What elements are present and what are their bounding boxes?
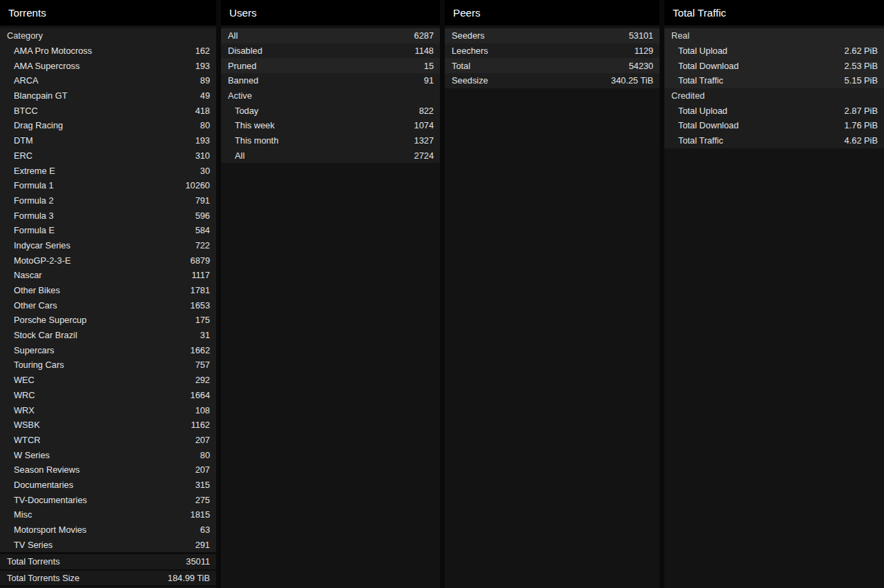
category-label: ERC: [14, 150, 32, 161]
credited-group-label: Credited: [671, 90, 704, 101]
torrents-panel-body: Category AMA Pro Motocross 162 AMA Super…: [0, 28, 216, 552]
users-rows: All 6287 Disabled 1148 Pruned 15 Ba: [221, 28, 440, 88]
category-count: 31: [200, 330, 210, 340]
category-row: AMA Supercross 193: [0, 58, 216, 73]
category-count: 207: [195, 435, 210, 445]
category-count: 193: [195, 61, 210, 71]
traffic-title: Total Traffic: [673, 7, 726, 19]
category-row: Documentaries 315: [0, 478, 216, 493]
peer-stat-row: Seedsize 340.25 TiB: [445, 73, 660, 88]
category-label: Motorsport Movies: [14, 525, 86, 535]
category-row: Extreme E 30: [0, 163, 216, 178]
category-label: Documentaries: [14, 480, 73, 490]
category-count: 6879: [191, 255, 210, 266]
stat-label: Total: [452, 61, 470, 71]
category-count: 1815: [191, 509, 210, 520]
stat-label: Banned: [228, 75, 258, 86]
category-row: AMA Pro Motocross 162: [0, 43, 216, 59]
category-row: WEC 292: [0, 373, 216, 388]
stat-value: 2.62 PiB: [845, 46, 878, 56]
user-stat-row: All 6287: [221, 28, 440, 43]
stat-value: 1.76 PiB: [845, 120, 878, 130]
stat-value: 2.87 PiB: [845, 106, 878, 116]
panel-torrents: Torrents Category AMA Pro Motocross 162 …: [0, 0, 216, 588]
category-count: 315: [195, 480, 210, 490]
traffic-panel-body: Real Total Upload 2.62 PiB Total Downloa…: [664, 28, 884, 148]
category-label: Blancpain GT: [14, 90, 68, 101]
category-label: Season Reviews: [14, 464, 79, 475]
stat-value: 4.62 PiB: [845, 135, 878, 146]
panel-users: Users All 6287 Disabled 1148 Prune: [221, 0, 440, 588]
footer-label: Total Torrents: [7, 556, 60, 567]
stat-label: Pruned: [228, 61, 256, 71]
category-row: Blancpain GT 49: [0, 88, 216, 104]
stat-label: All: [235, 150, 244, 161]
category-label: TV-Documentaries: [14, 495, 87, 505]
stat-value: 91: [424, 75, 434, 86]
peers-title: Peers: [453, 7, 481, 19]
category-label: ARCA: [14, 75, 39, 86]
category-count: 757: [195, 360, 210, 370]
category-count: 1653: [191, 300, 210, 311]
category-label: Extreme E: [14, 166, 55, 176]
active-group-header-row: Active: [221, 88, 440, 104]
torrents-footer-row: Total Torrents Size 184.99 TiB: [0, 571, 216, 586]
stat-value: 1129: [634, 46, 653, 56]
category-label: W Series: [14, 450, 50, 460]
peers-panel-header: Peers: [445, 0, 660, 26]
category-count: 193: [195, 135, 210, 146]
category-row: Nascar 1117: [0, 268, 216, 283]
stat-value: 1148: [414, 46, 434, 56]
torrents-footer-row: Total Torrents 35011: [0, 554, 216, 569]
category-count: 10260: [185, 180, 210, 190]
category-label: Indycar Series: [14, 240, 70, 251]
category-row: W Series 80: [0, 447, 216, 462]
category-row: TV Series 291: [0, 537, 216, 552]
category-row: BTCC 418: [0, 103, 216, 118]
stat-label: This week: [235, 120, 275, 130]
category-count: 30: [200, 166, 210, 176]
category-count: 1162: [191, 420, 210, 430]
category-count: 1781: [191, 285, 210, 295]
category-column-header: Category: [7, 30, 43, 41]
stat-value: 1327: [414, 135, 434, 146]
category-label: AMA Pro Motocross: [14, 46, 92, 56]
category-count: 275: [195, 495, 210, 505]
category-count: 162: [195, 46, 210, 56]
stat-value: 5.15 PiB: [845, 75, 878, 86]
traffic-stat-row: Total Download 2.53 PiB: [664, 58, 884, 73]
real-group-header-row: Real: [664, 28, 884, 43]
category-row: WSBK 1162: [0, 418, 216, 433]
category-row: Season Reviews 207: [0, 462, 216, 478]
category-row: Stock Car Brazil 31: [0, 328, 216, 343]
category-row: Porsche Supercup 175: [0, 313, 216, 328]
category-label: DTM: [14, 135, 33, 146]
footer-value: 35011: [186, 556, 210, 567]
stat-value: 15: [424, 61, 434, 71]
traffic-stat-row: Total Traffic 5.15 PiB: [664, 73, 884, 88]
category-count: 1664: [191, 390, 210, 400]
users-title: Users: [229, 7, 257, 19]
traffic-stat-row: Total Download 1.76 PiB: [664, 118, 884, 133]
peers-panel-body: Seeders 53101 Leechers 1129 Total 54230: [445, 28, 660, 88]
torrents-panel-header: Torrents: [0, 0, 216, 26]
category-row: Other Cars 1653: [0, 297, 216, 313]
category-count: 89: [200, 75, 210, 86]
real-group-label: Real: [671, 30, 689, 41]
category-row: Other Bikes 1781: [0, 283, 216, 298]
category-count: 80: [200, 120, 210, 130]
stat-label: Total Download: [678, 61, 739, 71]
panel-peers: Peers Seeders 53101 Leechers 1129: [445, 0, 660, 588]
credited-group-header-row: Credited: [664, 88, 884, 104]
active-stat-row: This month 1327: [221, 133, 440, 148]
category-row: Indycar Series 722: [0, 238, 216, 253]
active-rows: Today 822 This week 1074 This month 1327: [221, 103, 440, 163]
stat-value: 2.53 PiB: [845, 61, 878, 71]
category-count: 80: [200, 450, 210, 460]
stat-label: All: [228, 30, 238, 41]
category-count: 596: [195, 210, 210, 221]
stat-value: 822: [419, 106, 434, 116]
category-row: Formula 1 10260: [0, 178, 216, 193]
torrents-rows: AMA Pro Motocross 162 AMA Supercross 193…: [0, 43, 216, 552]
stat-label: Total Upload: [678, 46, 727, 56]
